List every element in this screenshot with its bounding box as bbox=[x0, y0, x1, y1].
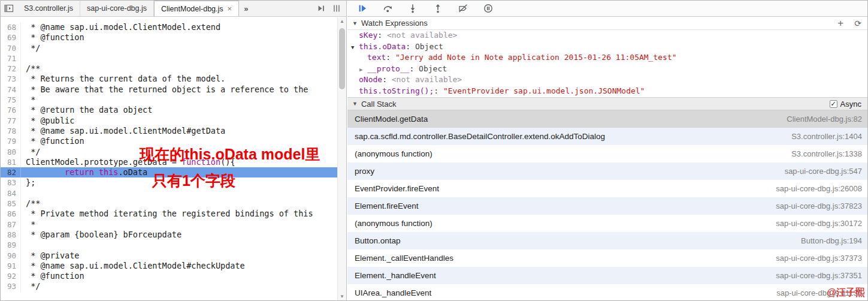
editor-scrollbar[interactable]: ▲ ▼ bbox=[337, 17, 346, 300]
code-text: /** bbox=[21, 64, 40, 74]
tab-label: ClientModel-dbg.js bbox=[161, 5, 223, 13]
tab-overflow-chevron[interactable]: » bbox=[239, 1, 253, 16]
code-line: 79 * @function bbox=[1, 136, 337, 146]
callstack-frame[interactable]: UIArea._handleEventsap-ui-core-dbg.js:41… bbox=[347, 284, 867, 300]
line-number[interactable]: 93 bbox=[1, 281, 21, 291]
watch-row[interactable]: text: "Jerry add Note in Note applicatio… bbox=[347, 53, 867, 64]
frame-function: proxy bbox=[355, 167, 778, 176]
code-text: * @return the data object bbox=[21, 105, 152, 115]
step-over-icon bbox=[383, 4, 393, 13]
frame-function: EventProvider.fireEvent bbox=[355, 184, 769, 193]
line-number[interactable]: 89 bbox=[1, 240, 21, 250]
step-into-button[interactable] bbox=[406, 2, 419, 14]
line-number[interactable]: 91 bbox=[1, 261, 21, 271]
line-number[interactable]: 72 bbox=[1, 64, 21, 74]
callstack-frame[interactable]: (anonymous function)sap-ui-core-dbg.js:3… bbox=[347, 215, 867, 232]
tab-label: S3.controller.js bbox=[24, 4, 73, 13]
code-text: */ bbox=[21, 147, 40, 157]
columns-button[interactable] bbox=[331, 2, 343, 14]
tab-close-icon[interactable]: × bbox=[228, 5, 232, 13]
scroll-down-icon[interactable]: ▼ bbox=[338, 293, 346, 300]
line-number[interactable]: 77 bbox=[1, 116, 21, 126]
line-number[interactable]: 69 bbox=[1, 32, 21, 43]
frame-function: Button.ontap bbox=[355, 236, 794, 245]
tab-S3.controller.js[interactable]: S3.controller.js bbox=[17, 1, 80, 16]
watch-name: text bbox=[367, 53, 386, 62]
navigator-toggle-button[interactable] bbox=[1, 1, 17, 16]
refresh-watch-icon[interactable]: ⟳ bbox=[854, 19, 861, 28]
callstack-frame[interactable]: proxysap-ui-core-dbg.js:547 bbox=[347, 162, 867, 180]
line-number[interactable]: 70 bbox=[1, 43, 21, 53]
add-watch-icon[interactable]: + bbox=[837, 18, 843, 28]
line-number[interactable]: 75 bbox=[1, 95, 21, 105]
step-out-button[interactable] bbox=[431, 2, 444, 14]
deactivate-breakpoints-button[interactable] bbox=[456, 2, 470, 14]
line-number[interactable]: 85 bbox=[1, 198, 21, 209]
line-number[interactable]: 71 bbox=[1, 53, 21, 64]
line-number[interactable]: 92 bbox=[1, 271, 21, 281]
callstack-frame[interactable]: (anonymous function)S3.controller.js:133… bbox=[347, 145, 867, 162]
watch-row[interactable]: ▼this.oData: Object bbox=[347, 42, 867, 53]
step-out-icon bbox=[433, 4, 443, 13]
step-over-button[interactable] bbox=[381, 2, 394, 14]
watch-row[interactable]: sKey: <not available> bbox=[347, 31, 867, 42]
line-number[interactable]: 86 bbox=[1, 209, 21, 219]
line-number[interactable]: 68 bbox=[1, 22, 21, 32]
callstack-frame[interactable]: ClientModel.getDataClientModel-dbg.js:82 bbox=[347, 110, 867, 128]
line-number[interactable]: 76 bbox=[1, 105, 21, 115]
line-number[interactable]: 83 bbox=[1, 177, 21, 188]
code-line: 93 */ bbox=[1, 281, 337, 291]
line-number[interactable]: 73 bbox=[1, 74, 21, 84]
code-line: 88 * @param {boolean} bForceupdate bbox=[1, 230, 337, 240]
collapse-arrow-icon[interactable]: ▼ bbox=[352, 20, 358, 26]
watch-row[interactable]: oNode: <not available> bbox=[347, 75, 867, 86]
code-text bbox=[21, 53, 26, 64]
async-label: Async bbox=[840, 100, 861, 109]
code-text: * bbox=[21, 95, 35, 105]
tab-ClientModel-dbg.js[interactable]: ClientModel-dbg.js× bbox=[154, 1, 239, 16]
line-number[interactable]: 81 bbox=[1, 157, 21, 167]
expand-panel-button[interactable] bbox=[315, 2, 327, 14]
watch-value: "Jerry add Note in Note application 2015… bbox=[395, 53, 677, 62]
line-number[interactable]: 79 bbox=[1, 136, 21, 146]
scrollbar-thumb[interactable] bbox=[339, 28, 345, 89]
expanded-arrow-icon[interactable]: ▼ bbox=[351, 44, 359, 50]
line-number[interactable]: 80 bbox=[1, 147, 21, 157]
pause-on-exceptions-icon bbox=[483, 4, 493, 13]
code-text bbox=[21, 188, 26, 198]
callstack-frame[interactable]: Element._handleEventsap-ui-core-dbg.js:3… bbox=[347, 267, 867, 284]
code-line: 76 * @return the data object bbox=[1, 105, 337, 115]
callstack-frame[interactable]: sap.ca.scfld.md.controller.BaseDetailCon… bbox=[347, 128, 867, 145]
line-number[interactable]: 90 bbox=[1, 251, 21, 261]
watch-separator: : bbox=[382, 75, 392, 84]
pause-on-exceptions-button[interactable] bbox=[482, 2, 495, 14]
callstack-frame[interactable]: Element.fireEventsap-ui-core-dbg.js:3782… bbox=[347, 197, 867, 215]
watch-expressions-header[interactable]: ▼ Watch Expressions + ⟳ bbox=[347, 17, 867, 30]
watch-row[interactable]: ▶__proto__: Object bbox=[347, 64, 867, 76]
code-line: 81ClientModel.prototype.getData = functi… bbox=[1, 157, 337, 167]
async-checkbox[interactable]: ✓ bbox=[830, 100, 837, 108]
code-line: 87 * bbox=[1, 219, 337, 230]
line-number[interactable]: 87 bbox=[1, 219, 21, 230]
line-number[interactable]: 74 bbox=[1, 85, 21, 95]
code-editor[interactable]: 68 * @name sap.ui.model.ClientModel.exte… bbox=[1, 17, 346, 300]
line-number[interactable]: 84 bbox=[1, 188, 21, 198]
async-checkbox-group[interactable]: ✓ Async bbox=[830, 100, 861, 109]
tab-sap-ui-core-dbg.js[interactable]: sap-ui-core-dbg.js bbox=[80, 1, 154, 16]
line-number[interactable]: 88 bbox=[1, 230, 21, 240]
call-stack-header[interactable]: ▼ Call Stack ✓ Async bbox=[347, 97, 867, 110]
frame-location: S3.controller.js:1404 bbox=[791, 132, 862, 141]
code-text: }; bbox=[21, 177, 35, 188]
line-number[interactable]: 82 bbox=[1, 167, 21, 177]
callstack-frame[interactable]: Element._callEventHandlessap-ui-core-dbg… bbox=[347, 249, 867, 267]
collapsed-arrow-icon[interactable]: ▶ bbox=[359, 67, 367, 73]
watch-row[interactable]: this.toString();: "EventProvider sap.ui.… bbox=[347, 86, 867, 98]
frame-location: sap-ui-core-dbg.js:26008 bbox=[776, 184, 862, 193]
resume-button[interactable] bbox=[356, 2, 369, 14]
collapse-arrow-icon[interactable]: ▼ bbox=[352, 101, 358, 107]
callstack-frame[interactable]: Button.ontapButton-dbg.js:194 bbox=[347, 232, 867, 249]
line-number[interactable]: 78 bbox=[1, 126, 21, 136]
frame-function: (anonymous function) bbox=[355, 219, 769, 228]
callstack-frame[interactable]: EventProvider.fireEventsap-ui-core-dbg.j… bbox=[347, 180, 867, 197]
scroll-up-icon[interactable]: ▲ bbox=[338, 17, 346, 25]
